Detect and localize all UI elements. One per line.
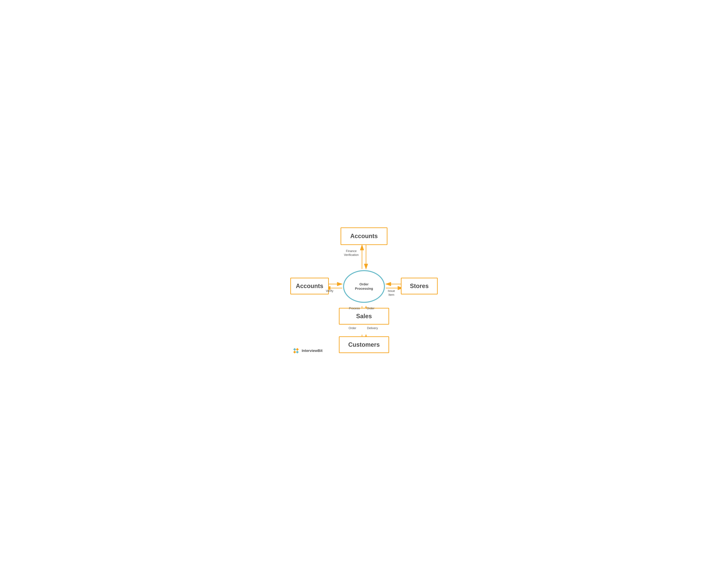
sales-label: Sales	[356, 313, 372, 320]
customers-box: Customers	[339, 336, 389, 353]
sales-box: Sales	[339, 308, 389, 325]
svg-rect-14	[293, 351, 296, 353]
svg-rect-15	[296, 351, 299, 353]
logo-text: InterviewBit	[302, 349, 322, 353]
customers-label: Customers	[348, 341, 380, 348]
verify-label: Verify	[326, 289, 333, 293]
issue-item-label: Issue Item	[388, 289, 395, 297]
accounts-left-label: Accounts	[296, 283, 323, 289]
order-customer-label: Order	[348, 326, 356, 330]
svg-rect-12	[293, 348, 296, 351]
order-processing-label: Order Processing	[355, 282, 373, 291]
interviewbit-logo-icon	[292, 347, 300, 355]
stores-right-label: Stores	[410, 283, 428, 289]
process-label: Process	[349, 306, 360, 310]
order-center-label: Order	[367, 306, 374, 310]
svg-rect-13	[296, 348, 299, 351]
delivery-label: Delivery	[367, 326, 378, 330]
accounts-top-box: Accounts	[341, 227, 387, 245]
accounts-top-label: Accounts	[350, 233, 378, 239]
accounts-left-box: Accounts	[290, 278, 329, 295]
logo-area: InterviewBit	[292, 347, 322, 355]
stores-right-box: Stores	[401, 278, 438, 295]
order-processing-circle: Order Processing	[343, 270, 385, 303]
finance-verification-label: Finance Verification	[344, 249, 359, 257]
diagram-container: Accounts Accounts Stores Order Processin…	[289, 226, 439, 356]
